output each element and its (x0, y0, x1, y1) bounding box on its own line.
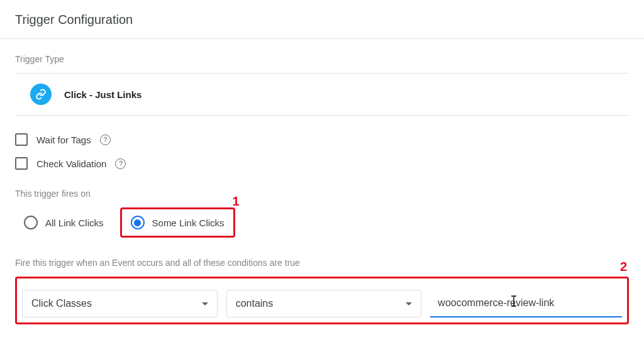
dropdown-value: contains (236, 298, 274, 309)
fires-on-label: This trigger fires on (15, 189, 629, 199)
trigger-type-name: Click - Just Links (64, 89, 142, 100)
page-title: Trigger Configuration (0, 0, 644, 38)
condition-operator-dropdown[interactable]: contains (226, 290, 422, 317)
annotation-highlight-1: 1 Some Link Clicks (120, 207, 235, 238)
radio-label-all: All Link Clicks (45, 218, 104, 228)
radio-button (24, 216, 38, 229)
annotation-number-2: 2 (620, 260, 627, 274)
fires-on-options: All Link Clicks 1 Some Link Clicks (15, 207, 629, 238)
dropdown-value: Click Classes (31, 298, 92, 309)
radio-some-link-clicks[interactable]: Some Link Clicks (122, 209, 233, 236)
condition-variable-dropdown[interactable]: Click Classes (22, 290, 218, 317)
condition-label: Fire this trigger when an Event occurs a… (15, 258, 629, 268)
annotation-highlight-2: 2 Click Classes contains (15, 277, 629, 324)
help-icon[interactable]: ? (100, 135, 111, 145)
condition-value-input[interactable] (430, 290, 622, 317)
link-icon (30, 84, 52, 105)
wait-for-tags-checkbox[interactable] (15, 133, 28, 146)
radio-label-some: Some Link Clicks (152, 218, 225, 228)
wait-for-tags-label: Wait for Tags (36, 135, 91, 145)
help-icon[interactable]: ? (115, 158, 126, 169)
check-validation-label: Check Validation (36, 158, 106, 169)
check-validation-checkbox[interactable] (15, 157, 28, 170)
trigger-type-card[interactable]: Click - Just Links (15, 73, 629, 116)
chevron-down-icon (202, 302, 208, 306)
radio-all-link-clicks[interactable]: All Link Clicks (15, 209, 113, 236)
radio-button (131, 216, 145, 229)
chevron-down-icon (406, 302, 412, 306)
wait-for-tags-row: Wait for Tags ? (15, 133, 629, 146)
trigger-type-label: Trigger Type (15, 54, 629, 64)
annotation-number-1: 1 (232, 194, 239, 209)
check-validation-row: Check Validation ? (15, 157, 629, 170)
